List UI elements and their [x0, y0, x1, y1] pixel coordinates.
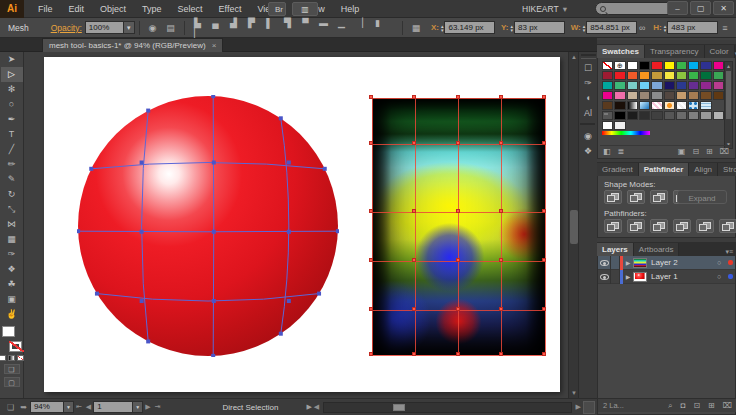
- swatch-libraries-button[interactable]: ◧: [603, 147, 611, 156]
- mesh-anchor-point[interactable]: [412, 141, 416, 145]
- y-stepper[interactable]: ▴▾: [511, 24, 514, 32]
- hscroll-left-icon[interactable]: ◀: [314, 403, 319, 411]
- mesh-anchor-point[interactable]: [542, 95, 546, 99]
- export-icon[interactable]: ➥: [20, 403, 27, 412]
- swatch-rainbow[interactable]: [602, 131, 650, 135]
- align-left-icon[interactable]: ▙: [191, 18, 205, 28]
- tab-color[interactable]: Color: [705, 45, 735, 58]
- tab-transparency[interactable]: Transparency: [645, 45, 705, 58]
- swatch-none[interactable]: [602, 61, 613, 70]
- swatch[interactable]: [627, 61, 638, 70]
- mesh-anchor-point[interactable]: [542, 352, 546, 356]
- mesh-anchor-point[interactable]: [542, 141, 546, 145]
- align-middle-icon[interactable]: ▌: [263, 18, 277, 28]
- swatch-pat-blue2[interactable]: [700, 101, 711, 110]
- line-tool[interactable]: ╱: [1, 142, 23, 157]
- swatch[interactable]: [700, 91, 711, 100]
- trim-button[interactable]: [627, 219, 645, 233]
- workspace-layout-button[interactable]: ▥ ▾: [292, 2, 318, 16]
- swatch[interactable]: [664, 71, 675, 80]
- swatch[interactable]: [639, 71, 650, 80]
- swatch[interactable]: [713, 81, 724, 90]
- dock-ai-panel-icon[interactable]: Al: [580, 106, 597, 121]
- mesh-anchor-point[interactable]: [542, 209, 546, 213]
- swatch[interactable]: [688, 81, 699, 90]
- visibility-toggle[interactable]: [598, 270, 611, 284]
- swatch[interactable]: [700, 81, 711, 90]
- expand-triangle-icon[interactable]: ▶: [623, 273, 633, 280]
- tab-artboards[interactable]: Artboards: [634, 243, 680, 256]
- artboard-page[interactable]: [44, 57, 560, 392]
- tab-gradient[interactable]: Gradient: [597, 163, 639, 176]
- width-tool[interactable]: ⋈: [1, 217, 23, 232]
- swatch[interactable]: [614, 101, 625, 110]
- menu-edit[interactable]: Edit: [61, 0, 93, 18]
- mesh-anchor-point[interactable]: [412, 95, 416, 99]
- minus-front-button[interactable]: [627, 190, 645, 204]
- document-setup-icon[interactable]: ▤: [164, 23, 178, 33]
- tab-stroke[interactable]: Stroke: [718, 163, 736, 176]
- swatch[interactable]: [651, 61, 662, 70]
- dock-brushes-icon[interactable]: ✑: [580, 76, 597, 91]
- next-artboard-icon[interactable]: ▶: [145, 403, 150, 411]
- mesh-anchor-point[interactable]: [412, 307, 416, 311]
- color-button[interactable]: [0, 355, 6, 361]
- artboard-dropdown-button[interactable]: ▼: [133, 401, 143, 413]
- mesh-anchor-point[interactable]: [369, 141, 373, 145]
- mesh-anchor-point[interactable]: [369, 307, 373, 311]
- lock-cell[interactable]: [611, 256, 620, 270]
- eyedropper-tool[interactable]: ✑: [1, 247, 23, 262]
- swatch[interactable]: [700, 71, 711, 80]
- mesh-anchor-point[interactable]: [499, 95, 503, 99]
- close-button[interactable]: ✕: [713, 1, 734, 15]
- mesh-anchor-point[interactable]: [456, 307, 460, 311]
- panel-menu-icon[interactable]: ▾≡: [725, 248, 736, 256]
- swatch[interactable]: [700, 111, 711, 120]
- mesh-anchor-point[interactable]: [456, 258, 460, 262]
- swatch-grad-blue[interactable]: [639, 101, 650, 110]
- swatches-scroll-thumb[interactable]: [726, 71, 731, 119]
- outline-button[interactable]: [696, 219, 714, 233]
- align-right-icon[interactable]: ▟: [227, 18, 241, 28]
- swatch-registration[interactable]: ⊕: [614, 61, 625, 70]
- mesh-anchor-point[interactable]: [456, 209, 460, 213]
- expand-button[interactable]: Expand: [677, 190, 727, 204]
- tab-align[interactable]: Align: [689, 163, 718, 176]
- new-color-group-button[interactable]: ⊟: [692, 147, 699, 156]
- mesh-anchor-point[interactable]: [412, 209, 416, 213]
- new-sublayer-button[interactable]: ⊡: [693, 401, 700, 411]
- blend-tool[interactable]: ❖: [1, 262, 23, 277]
- canvas-viewport[interactable]: [24, 52, 568, 398]
- dock-header[interactable]: [581, 54, 596, 59]
- pen-tool[interactable]: ✒: [1, 112, 23, 127]
- menu-effect[interactable]: Effect: [211, 0, 250, 18]
- status-menu-icon[interactable]: ▶: [306, 403, 311, 411]
- swatch[interactable]: [651, 81, 662, 90]
- swatch[interactable]: [639, 61, 650, 70]
- swatch[interactable]: [602, 101, 613, 110]
- mesh-anchor-point[interactable]: [542, 258, 546, 262]
- swatch[interactable]: [713, 71, 724, 80]
- tab-close-icon[interactable]: ×: [212, 39, 217, 52]
- horizontal-scrollbar[interactable]: [323, 402, 571, 413]
- swatch[interactable]: [614, 111, 625, 120]
- dock-symbols-icon[interactable]: ❖: [580, 144, 597, 159]
- magic-wand-tool[interactable]: ✻: [1, 82, 23, 97]
- swatch[interactable]: [713, 61, 724, 70]
- h-stepper[interactable]: ▴▾: [664, 24, 667, 32]
- unite-button[interactable]: [604, 190, 622, 204]
- new-layer-button[interactable]: ⊞: [708, 401, 715, 411]
- swatch[interactable]: [614, 81, 625, 90]
- previous-artboard-icon[interactable]: ◀: [86, 403, 91, 411]
- swatch[interactable]: [664, 81, 675, 90]
- swatch[interactable]: [688, 111, 699, 120]
- x-stepper[interactable]: ▴▾: [441, 24, 444, 32]
- scale-tool[interactable]: ⤡: [1, 202, 23, 217]
- target-circle-icon[interactable]: ○: [713, 259, 725, 266]
- screen-mode-button[interactable]: ▢: [4, 377, 20, 387]
- swatch[interactable]: [614, 121, 625, 130]
- menu-select[interactable]: Select: [170, 0, 211, 18]
- mesh-anchor-point[interactable]: [412, 258, 416, 262]
- layer-row[interactable]: ▶Layer 1○: [598, 270, 735, 284]
- swatch[interactable]: [627, 91, 638, 100]
